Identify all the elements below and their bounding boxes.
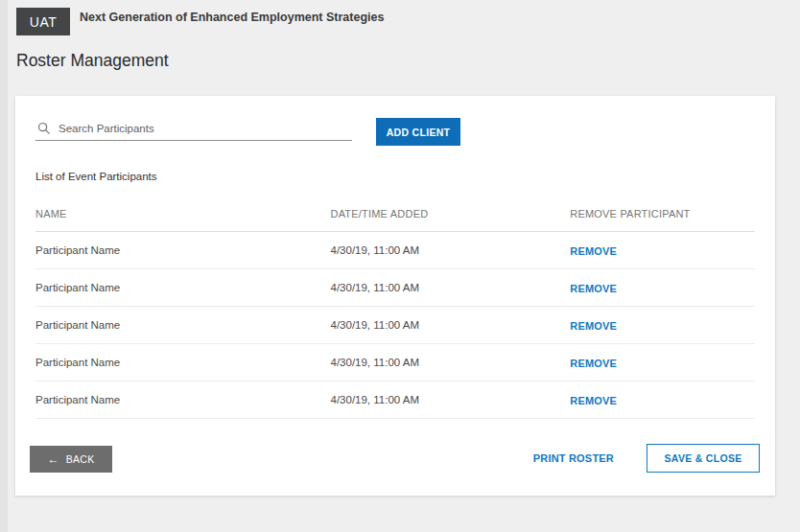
- page-title: Roster Management: [16, 51, 169, 71]
- column-header-name: NAME: [35, 208, 331, 220]
- table-row: Participant Name 4/30/19, 11:00 AM REMOV…: [35, 307, 755, 344]
- add-client-button[interactable]: ADD CLIENT: [376, 118, 460, 146]
- footer-right-actions: PRINT ROSTER SAVE & CLOSE: [533, 444, 760, 473]
- table-row: Participant Name 4/30/19, 11:00 AM REMOV…: [35, 382, 755, 419]
- save-close-button[interactable]: SAVE & CLOSE: [647, 444, 760, 473]
- back-button-label: BACK: [66, 453, 95, 465]
- list-label: List of Event Participants: [35, 171, 157, 182]
- remove-link[interactable]: REMOVE: [570, 358, 617, 369]
- environment-badge: UAT: [16, 8, 70, 35]
- participant-name: Participant Name: [35, 319, 331, 331]
- print-roster-link[interactable]: PRINT ROSTER: [533, 452, 614, 464]
- remove-link[interactable]: REMOVE: [570, 283, 617, 294]
- remove-link[interactable]: REMOVE: [570, 320, 617, 332]
- search-participants-input[interactable]: [59, 123, 352, 137]
- datetime-added: 4/30/19, 11:00 AM: [331, 282, 571, 293]
- roster-card: ADD CLIENT List of Event Participants NA…: [15, 96, 775, 496]
- app-title: Next Generation of Enhanced Employment S…: [80, 11, 384, 24]
- back-button[interactable]: ← BACK: [30, 446, 112, 473]
- table-row: Participant Name 4/30/19, 11:00 AM REMOV…: [35, 269, 755, 307]
- left-edge-strip: [0, 0, 8, 532]
- datetime-added: 4/30/19, 11:00 AM: [331, 244, 571, 256]
- table-row: Participant Name 4/30/19, 11:00 AM REMOV…: [35, 344, 755, 382]
- page: UAT Next Generation of Enhanced Employme…: [0, 0, 800, 532]
- datetime-added: 4/30/19, 11:00 AM: [331, 319, 571, 331]
- participant-name: Participant Name: [35, 357, 331, 368]
- search-icon: [37, 122, 51, 135]
- table-row: Participant Name 4/30/19, 11:00 AM REMOV…: [35, 232, 755, 269]
- datetime-added: 4/30/19, 11:00 AM: [331, 394, 571, 405]
- remove-link[interactable]: REMOVE: [570, 245, 617, 257]
- participant-name: Participant Name: [35, 282, 331, 293]
- column-header-date: DATE/TIME ADDED: [331, 208, 571, 220]
- search-field[interactable]: [35, 119, 352, 141]
- back-arrow-icon: ←: [47, 453, 59, 465]
- remove-link[interactable]: REMOVE: [570, 395, 617, 406]
- participants-table: NAME DATE/TIME ADDED REMOVE PARTICIPANT …: [35, 197, 755, 419]
- participant-name: Participant Name: [35, 244, 331, 256]
- participant-name: Participant Name: [35, 394, 331, 405]
- column-header-remove: REMOVE PARTICIPANT: [570, 208, 755, 220]
- datetime-added: 4/30/19, 11:00 AM: [331, 357, 571, 368]
- table-header-row: NAME DATE/TIME ADDED REMOVE PARTICIPANT: [35, 197, 755, 232]
- top-header: UAT Next Generation of Enhanced Employme…: [16, 8, 384, 35]
